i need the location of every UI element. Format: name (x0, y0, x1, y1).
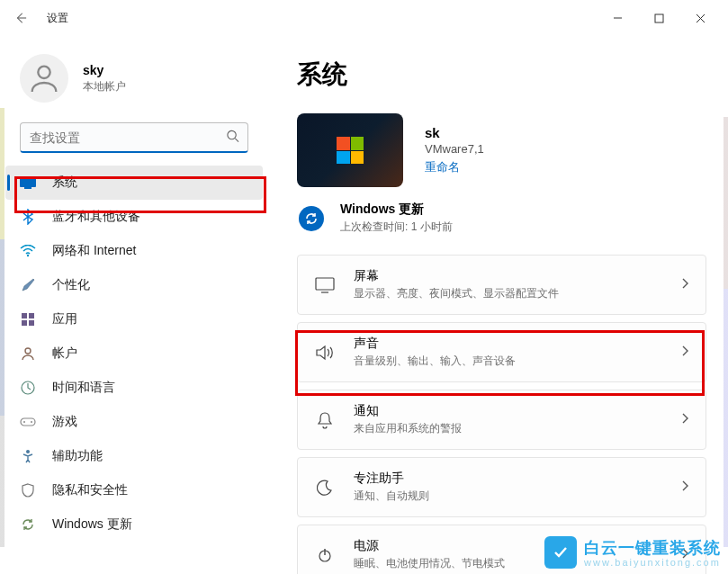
sidebar-item-time-language[interactable]: 时间和语言 (5, 371, 263, 405)
svg-rect-20 (316, 278, 334, 290)
card-sub: 显示器、亮度、夜间模式、显示器配置文件 (354, 286, 662, 301)
sidebar-item-gaming[interactable]: 游戏 (5, 405, 263, 439)
card-display[interactable]: 屏幕 显示器、亮度、夜间模式、显示器配置文件 (297, 255, 706, 315)
svg-point-5 (228, 130, 236, 139)
sidebar-item-label: 应用 (52, 311, 77, 327)
device-model: VMware7,1 (425, 142, 484, 156)
chevron-right-icon (680, 277, 689, 293)
svg-rect-13 (29, 320, 34, 326)
back-button[interactable] (7, 4, 34, 31)
sidebar-item-windows-update[interactable]: Windows 更新 (5, 507, 263, 542)
window-title: 设置 (47, 11, 68, 26)
svg-point-18 (31, 421, 32, 423)
card-sub: 通知、自动规则 (354, 489, 662, 504)
update-title: Windows 更新 (340, 202, 453, 218)
sidebar-item-label: 系统 (52, 175, 77, 191)
sidebar-item-label: 网络和 Internet (52, 243, 136, 259)
watermark-url: www.baiyunxitong.com (584, 557, 721, 568)
wifi-icon (20, 243, 36, 259)
sound-icon (314, 342, 336, 363)
apps-icon (20, 311, 36, 327)
maximize-button[interactable] (638, 4, 679, 31)
minimize-button[interactable] (597, 4, 638, 31)
sidebar-item-network[interactable]: 网络和 Internet (5, 234, 263, 268)
nav: 系统 蓝牙和其他设备 网络和 Internet 个性化 应用 帐户 (0, 166, 268, 542)
sidebar-item-label: 隐私和安全性 (52, 482, 128, 498)
user-name: sky (83, 63, 126, 77)
sidebar-item-accessibility[interactable]: 辅助功能 (5, 439, 263, 473)
svg-rect-7 (20, 176, 36, 187)
svg-line-6 (235, 139, 238, 142)
windows-logo-icon (337, 137, 364, 164)
sidebar-item-system[interactable]: 系统 (5, 166, 263, 200)
svg-point-4 (38, 67, 49, 78)
sidebar-item-personalization[interactable]: 个性化 (5, 268, 263, 302)
desktop-thumbnail (297, 113, 403, 187)
gamepad-icon (20, 414, 36, 430)
close-button[interactable] (679, 4, 721, 31)
rename-link[interactable]: 重命名 (425, 159, 460, 175)
card-notifications[interactable]: 通知 来自应用和系统的警报 (297, 390, 706, 450)
search-input[interactable] (20, 122, 248, 153)
avatar (20, 54, 68, 103)
chevron-right-icon (680, 412, 689, 428)
edge-decoration-right (724, 117, 728, 547)
bell-icon (314, 409, 336, 431)
sidebar-item-label: Windows 更新 (52, 516, 132, 533)
user-block[interactable]: sky 本地帐户 (0, 47, 268, 119)
svg-rect-16 (21, 418, 35, 426)
search-wrap (20, 122, 248, 153)
watermark-logo-icon (544, 536, 577, 569)
svg-rect-8 (24, 187, 31, 189)
card-title: 声音 (354, 336, 662, 352)
accounts-icon (20, 345, 36, 362)
windows-update-summary[interactable]: Windows 更新 上次检查时间: 1 小时前 (297, 202, 706, 235)
sidebar-item-privacy[interactable]: 隐私和安全性 (5, 473, 263, 507)
window-controls (597, 4, 721, 31)
svg-rect-10 (22, 313, 27, 318)
sidebar: sky 本地帐户 系统 蓝牙和其他设备 网络和 Internet (0, 36, 268, 574)
svg-rect-11 (29, 313, 34, 318)
shield-icon (20, 482, 36, 498)
card-title: 屏幕 (354, 268, 662, 284)
sidebar-item-bluetooth[interactable]: 蓝牙和其他设备 (5, 200, 263, 234)
svg-point-14 (25, 348, 31, 354)
card-title: 通知 (354, 403, 662, 419)
titlebar: 设置 (0, 0, 728, 36)
bluetooth-icon (20, 209, 36, 225)
svg-point-17 (23, 421, 25, 423)
card-title: 专注助手 (354, 471, 662, 487)
card-sound[interactable]: 声音 音量级别、输出、输入、声音设备 (297, 322, 706, 382)
main: 系统 sk VMware7,1 重命名 Windows 更新 上次检查时间: 1… (268, 36, 728, 574)
svg-rect-12 (22, 320, 27, 326)
sidebar-item-label: 帐户 (52, 345, 77, 362)
card-sub: 来自应用和系统的警报 (354, 421, 662, 436)
power-icon (314, 544, 336, 566)
update-sub: 上次检查时间: 1 小时前 (340, 220, 453, 235)
sidebar-item-apps[interactable]: 应用 (5, 302, 263, 336)
back-arrow-icon (14, 12, 27, 24)
page-title: 系统 (297, 58, 706, 92)
chevron-right-icon (680, 480, 689, 496)
update-icon (20, 516, 36, 533)
person-icon (26, 60, 62, 96)
edge-decoration-left (0, 108, 4, 547)
card-sub: 音量级别、输出、输入、声音设备 (354, 354, 662, 369)
search-icon (226, 130, 239, 147)
sidebar-item-label: 个性化 (52, 277, 90, 293)
device-info: sk VMware7,1 重命名 (297, 113, 706, 187)
sidebar-item-label: 辅助功能 (52, 448, 103, 464)
accessibility-icon (20, 448, 36, 464)
svg-point-9 (27, 255, 29, 256)
device-name: sk (425, 125, 484, 140)
sidebar-item-label: 游戏 (52, 414, 77, 430)
card-focus-assist[interactable]: 专注助手 通知、自动规则 (297, 457, 706, 517)
sidebar-item-accounts[interactable]: 帐户 (5, 336, 263, 371)
moon-icon (314, 477, 336, 498)
update-badge-icon (299, 206, 324, 231)
user-account-type: 本地帐户 (83, 79, 126, 94)
system-icon (20, 175, 36, 191)
display-icon (314, 274, 336, 296)
watermark-text: 白云一键重装系统 (584, 537, 721, 559)
watermark: 白云一键重装系统 www.baiyunxitong.com (544, 536, 721, 569)
